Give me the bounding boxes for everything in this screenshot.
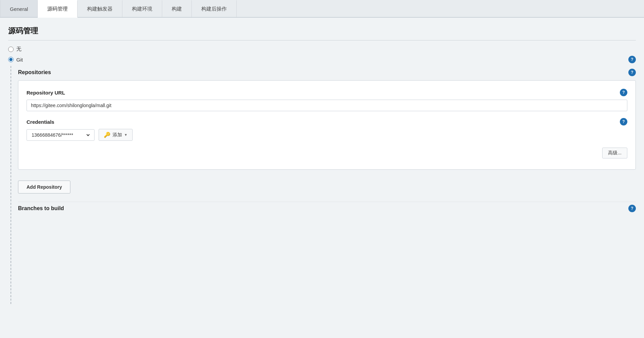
add-repository-button[interactable]: Add Repository: [18, 181, 70, 193]
add-label: 添加: [113, 132, 122, 138]
main-content: 源码管理 无 Git ? Repositories ?: [0, 18, 644, 338]
advanced-button[interactable]: 高级...: [602, 148, 627, 158]
radio-group: 无 Git ?: [8, 46, 636, 63]
tab-build[interactable]: 构建: [162, 0, 192, 17]
credentials-field: Credentials ? 13666884676/****** 🔑 添加: [27, 118, 627, 141]
radio-git-label[interactable]: Git: [16, 57, 23, 63]
git-radio-row: Git ?: [8, 56, 636, 63]
credentials-label: Credentials: [27, 119, 54, 125]
vertical-dashed-line: [11, 66, 11, 304]
git-section: Repositories ? Repository URL ? Credenti…: [8, 66, 636, 304]
repositories-header: Repositories ?: [18, 69, 636, 76]
tab-bar: General 源码管理 构建触发器 构建环境 构建 构建后操作: [0, 0, 644, 18]
repositories-title: Repositories: [18, 69, 51, 75]
repository-url-label-row: Repository URL ?: [27, 89, 627, 96]
advanced-row: 高级...: [27, 148, 627, 158]
radio-none-option[interactable]: 无: [8, 46, 636, 52]
key-icon: 🔑: [104, 132, 111, 138]
tab-build-environment[interactable]: 构建环境: [122, 0, 162, 17]
repository-url-help-icon[interactable]: ?: [620, 89, 627, 96]
git-content: Repositories ? Repository URL ? Credenti…: [18, 66, 636, 212]
credentials-label-row: Credentials ?: [27, 118, 627, 125]
tab-build-trigger[interactable]: 构建触发器: [78, 0, 122, 17]
repository-url-input[interactable]: [27, 100, 627, 111]
chevron-down-icon: ▼: [124, 133, 128, 137]
tab-general[interactable]: General: [0, 0, 38, 17]
repositories-help-icon[interactable]: ?: [628, 69, 636, 76]
tab-source-management[interactable]: 源码管理: [38, 0, 78, 18]
credentials-help-icon[interactable]: ?: [620, 118, 627, 125]
git-help-icon[interactable]: ?: [628, 56, 636, 63]
credentials-row: 13666884676/****** 🔑 添加 ▼: [27, 129, 627, 141]
repository-url-label: Repository URL: [27, 90, 65, 96]
add-credentials-button[interactable]: 🔑 添加 ▼: [99, 129, 133, 141]
branches-help-icon[interactable]: ?: [628, 205, 636, 212]
repository-card: Repository URL ? Credentials ? 136668: [18, 80, 636, 170]
credentials-select[interactable]: 13666884676/******: [30, 132, 91, 138]
radio-git-option[interactable]: Git: [8, 57, 23, 63]
radio-git-input[interactable]: [8, 57, 14, 62]
branches-to-build-title: Branches to build: [18, 205, 64, 212]
repository-url-field: Repository URL ?: [27, 89, 627, 111]
radio-none-label[interactable]: 无: [16, 46, 21, 52]
branches-header: Branches to build ?: [18, 202, 636, 212]
page-title: 源码管理: [8, 26, 636, 40]
radio-none-input[interactable]: [8, 47, 14, 52]
credentials-dropdown[interactable]: 13666884676/******: [27, 129, 95, 141]
tab-post-build[interactable]: 构建后操作: [192, 0, 237, 17]
